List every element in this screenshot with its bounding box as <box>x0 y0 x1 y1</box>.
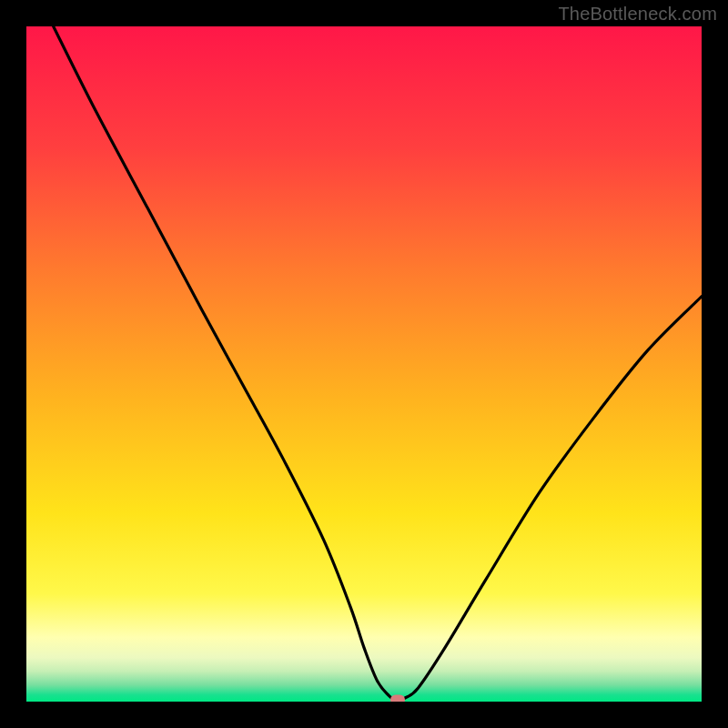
optimal-point-marker <box>390 694 405 702</box>
chart-frame: TheBottleneck.com <box>0 0 728 728</box>
watermark-text: TheBottleneck.com <box>558 4 717 25</box>
plot-area <box>26 26 702 702</box>
bottleneck-curve <box>26 26 702 702</box>
